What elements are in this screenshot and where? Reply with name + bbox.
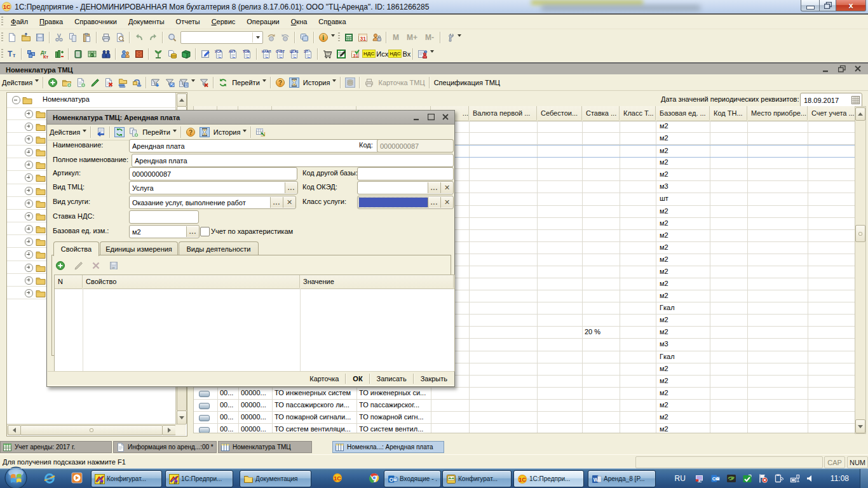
- dialog-maximize-button[interactable]: [428, 114, 435, 121]
- full-name-field[interactable]: Арендная плата: [132, 154, 454, 167]
- help-button[interactable]: ?: [184, 125, 198, 139]
- calendar-picker-icon[interactable]: [851, 96, 860, 104]
- expand-icon[interactable]: [25, 276, 33, 285]
- column-header[interactable]: Значение: [300, 275, 454, 288]
- expand-icon[interactable]: [25, 212, 33, 220]
- service-class-field-select-button[interactable]: ...: [428, 197, 440, 208]
- dialog-actions-menu-button[interactable]: Действия: [48, 128, 82, 136]
- expand-icon[interactable]: [25, 225, 33, 233]
- taskbar-clock[interactable]: 11:08: [831, 474, 849, 483]
- language-indicator[interactable]: RU: [675, 474, 686, 483]
- column-header[interactable]: Себестои...: [537, 106, 582, 120]
- tray-volume-icon[interactable]: [806, 473, 815, 484]
- service-kind-field-clear-button[interactable]: ✕: [283, 197, 295, 208]
- taskbar-button[interactable]: WАренда_8 [Р...: [588, 470, 656, 487]
- expand-icon[interactable]: [25, 250, 33, 259]
- tab-properties[interactable]: Свойства: [53, 241, 99, 256]
- characteristics-checkbox[interactable]: [200, 227, 210, 236]
- tray-network-icon[interactable]: [790, 473, 800, 484]
- tmc-kind-field[interactable]: Услуга...: [129, 181, 298, 194]
- service-class-field-clear-button[interactable]: ✕: [440, 197, 453, 208]
- column-header[interactable]: Код ТН...: [710, 106, 747, 120]
- dialog-close-button[interactable]: [442, 114, 449, 121]
- tree-root-row[interactable]: Номенклатура: [7, 93, 175, 108]
- table-row[interactable]: 00...00000...ТО систем вентиляци...ТО си…: [194, 424, 855, 433]
- mdi-tab[interactable]: Номенклатура ТМЦ: [218, 441, 312, 453]
- service-kind-field[interactable]: Оказание услуг, выполнение работ...✕: [129, 196, 296, 209]
- periodic-date-field[interactable]: 18.09.2017: [800, 93, 862, 107]
- internet-explorer-icon[interactable]: [43, 472, 56, 485]
- characteristics-checkbox-label[interactable]: Учет по характеристикам: [211, 227, 293, 235]
- code-field[interactable]: 0000000087: [377, 139, 454, 152]
- table-row[interactable]: 00...00000...ТО пассажирского ли...ТО па…: [194, 400, 855, 412]
- expand-icon[interactable]: [25, 264, 33, 272]
- other-base-field[interactable]: [357, 167, 454, 180]
- actions-dropdown-icon[interactable]: [83, 130, 86, 132]
- table-row[interactable]: 00...00000...ТО инженерных системТО инже…: [194, 388, 855, 400]
- chrome-icon[interactable]: [369, 473, 379, 483]
- base-unit-field[interactable]: м2...: [129, 225, 200, 238]
- taskbar-button[interactable]: 07Конфигурат...: [91, 470, 162, 487]
- add-property-button[interactable]: [53, 259, 67, 273]
- dialog-button-ok[interactable]: ОК: [346, 375, 369, 383]
- mdi-tab[interactable]: Информация по аренд...:00 *: [113, 441, 217, 453]
- tab-units[interactable]: Единицы измерения: [100, 241, 178, 255]
- article-field[interactable]: 0000000087: [129, 167, 297, 180]
- expand-icon[interactable]: [25, 238, 33, 246]
- tray-display-icon[interactable]: [695, 473, 705, 484]
- start-button[interactable]: [4, 466, 27, 488]
- tab-activities[interactable]: Виды деятельности: [179, 241, 259, 255]
- find-in-list-button[interactable]: [254, 125, 268, 139]
- dialog-history-menu-button[interactable]: История: [212, 128, 243, 136]
- okad-field[interactable]: ...✕: [357, 181, 454, 194]
- mdi-tab[interactable]: Номенкла...: Арендная плата: [332, 441, 444, 453]
- expand-icon[interactable]: [25, 110, 33, 118]
- tray-outlook-icon[interactable]: O: [710, 473, 721, 484]
- table-vertical-scrollbar[interactable]: [855, 106, 866, 434]
- scroll-left-button[interactable]: [8, 425, 21, 435]
- service-kind-field-select-button[interactable]: ...: [270, 197, 283, 208]
- expand-icon[interactable]: [25, 289, 33, 297]
- column-header[interactable]: Класс Т...: [620, 106, 656, 120]
- media-player-icon[interactable]: [71, 472, 83, 484]
- dialog-button-card[interactable]: Карточка: [303, 375, 345, 383]
- expand-icon[interactable]: [25, 200, 33, 208]
- scroll-thumb[interactable]: [855, 225, 865, 242]
- reread-button[interactable]: [93, 125, 107, 139]
- okad-field-clear-button[interactable]: ✕: [440, 182, 453, 193]
- vat-field[interactable]: [129, 210, 199, 224]
- scroll-right-button[interactable]: [162, 425, 176, 435]
- history-icon[interactable]: [198, 125, 212, 139]
- column-header[interactable]: Валюта первой ...: [469, 106, 537, 120]
- column-header[interactable]: N: [55, 275, 83, 288]
- column-header[interactable]: Базовая ед. ...: [656, 106, 710, 120]
- tray-clipboard-icon[interactable]: [774, 473, 784, 484]
- column-header[interactable]: Место приобре...: [747, 106, 808, 120]
- expand-icon[interactable]: [25, 135, 33, 144]
- scroll-up-button[interactable]: [177, 93, 187, 107]
- refresh-button[interactable]: [112, 125, 126, 139]
- show-desktop-button[interactable]: [860, 468, 868, 488]
- scroll-up-button[interactable]: [855, 107, 865, 121]
- scroll-thumb[interactable]: [20, 425, 163, 435]
- table-row[interactable]: 00...00000...ТО пожарной сигнали...ТО по…: [194, 412, 855, 424]
- okad-field-select-button[interactable]: ...: [428, 182, 440, 193]
- tree-root-label[interactable]: Номенклатура: [43, 95, 90, 103]
- mdi-tab[interactable]: Учет аренды: 2017 г.: [0, 441, 112, 453]
- expand-icon[interactable]: [25, 187, 33, 195]
- save-property-button[interactable]: ок: [107, 259, 121, 273]
- expand-icon[interactable]: [25, 173, 33, 182]
- dialog-minimize-button[interactable]: [414, 114, 420, 121]
- edit-property-button[interactable]: [71, 259, 85, 273]
- expand-icon[interactable]: [25, 161, 33, 169]
- dialog-goto-menu-button[interactable]: Перейти: [140, 128, 172, 136]
- history-dropdown-icon[interactable]: [243, 130, 247, 132]
- column-header[interactable]: Ставка ...: [582, 106, 620, 120]
- column-header[interactable]: Свойство: [83, 275, 300, 288]
- 1c-logo-icon[interactable]: 1С: [332, 473, 342, 483]
- service-class-field[interactable]: ...✕: [357, 196, 454, 209]
- dialog-button-close[interactable]: Закрыть: [414, 375, 454, 383]
- taskbar-button[interactable]: Конфигурат...: [442, 470, 512, 487]
- goto-dropdown-icon[interactable]: [173, 130, 177, 132]
- delete-property-button[interactable]: [89, 259, 103, 273]
